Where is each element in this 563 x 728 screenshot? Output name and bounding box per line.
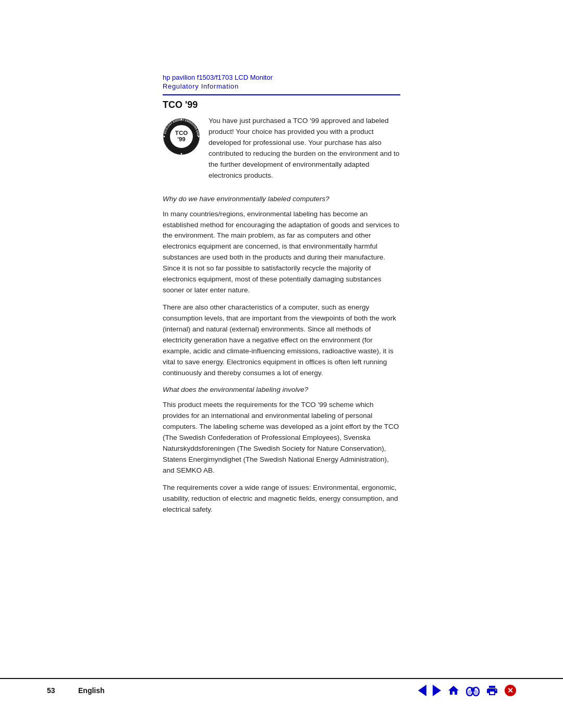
forward-arrow-icon	[433, 685, 441, 696]
svg-rect-15	[471, 687, 473, 690]
question1-heading: Why do we have environmentally labeled c…	[163, 194, 400, 205]
search-button[interactable]	[466, 685, 480, 696]
paragraph1: In many countries/regions, environmental…	[163, 209, 400, 296]
product-title: hp pavilion f1503/f1703 LCD Monitor	[163, 73, 400, 82]
product-subtitle: Regulatory Information	[163, 82, 400, 90]
tco-intro-text: You have just purchased a TCO '99 approv…	[209, 116, 400, 181]
home-icon	[447, 684, 460, 697]
page-number: 53	[47, 686, 68, 695]
svg-point-9	[198, 136, 200, 138]
tco-header-row: TCO '99 ECOLOGY ENERGY EMISSIONS ERGONOM…	[163, 116, 400, 188]
search-icon	[466, 685, 480, 696]
back-arrow-button[interactable]	[418, 685, 426, 696]
page-wrapper: hp pavilion f1503/f1703 LCD Monitor Regu…	[0, 0, 563, 728]
tco-logo: TCO '99 ECOLOGY ENERGY EMISSIONS ERGONOM…	[163, 118, 200, 155]
main-content: TCO '99 TCO '99	[0, 100, 563, 515]
svg-text:'99: '99	[177, 136, 186, 142]
question2-heading: What does the environmental labeling inv…	[163, 385, 400, 396]
close-icon: ✕	[505, 685, 516, 696]
footer-language: English	[78, 686, 105, 695]
svg-point-7	[181, 153, 182, 155]
forward-arrow-button[interactable]	[433, 685, 441, 696]
close-button[interactable]: ✕	[505, 685, 516, 696]
print-button[interactable]	[486, 684, 498, 697]
svg-rect-16	[473, 687, 475, 690]
tco-intro-block: You have just purchased a TCO '99 approv…	[209, 116, 400, 188]
paragraph3: This product meets the requirements for …	[163, 400, 400, 476]
footer: 53 English	[0, 678, 563, 697]
tco-section: TCO '99 TCO '99	[163, 100, 400, 515]
tco-title: TCO '99	[163, 100, 400, 110]
back-arrow-icon	[418, 685, 426, 696]
svg-point-6	[181, 119, 182, 120]
blue-divider	[163, 94, 400, 95]
paragraph2: There are also other characteristics of …	[163, 302, 400, 378]
header-section: hp pavilion f1503/f1703 LCD Monitor Regu…	[0, 0, 563, 95]
paragraph4: The requirements cover a wide range of i…	[163, 483, 400, 515]
svg-point-13	[468, 690, 472, 695]
home-button[interactable]	[447, 684, 460, 697]
footer-icons: ✕	[418, 684, 516, 697]
print-icon	[486, 684, 498, 697]
svg-point-14	[474, 690, 478, 695]
svg-text:TCO: TCO	[175, 130, 188, 136]
svg-point-8	[163, 136, 165, 138]
